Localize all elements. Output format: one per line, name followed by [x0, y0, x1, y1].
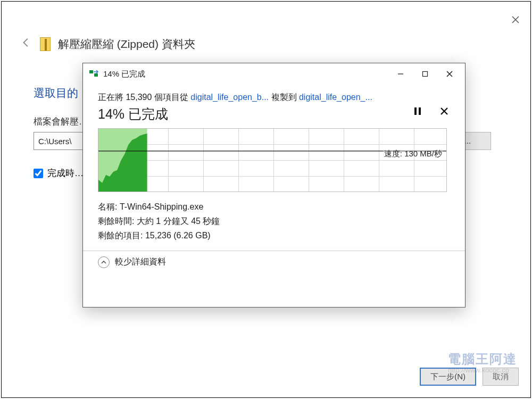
show-when-done-label: 完成時… — [47, 167, 84, 179]
svg-rect-4 — [419, 107, 421, 115]
speed-chart: 速度: 130 MB/秒 — [98, 128, 447, 192]
cancel-transfer-button[interactable] — [438, 107, 450, 118]
dialog-title: 14% 已完成 — [103, 69, 388, 79]
show-when-done-input[interactable] — [34, 169, 43, 178]
transfer-icon — [89, 69, 99, 80]
wizard-title: 解壓縮壓縮 (Zipped) 資料夾 — [58, 37, 195, 52]
time-remaining: 大約 1 分鐘又 45 秒鐘 — [137, 217, 220, 226]
pause-button[interactable] — [412, 107, 423, 118]
dialog-titlebar[interactable]: 14% 已完成 — [83, 63, 465, 85]
svg-rect-1 — [94, 73, 98, 77]
fewer-details-toggle[interactable]: 較少詳細資料 — [98, 256, 450, 275]
zip-folder-icon — [40, 37, 51, 51]
destination-link[interactable]: digital_life_open_... — [299, 93, 372, 102]
current-file-name: T-Win64-Shipping.exe — [120, 202, 203, 211]
percent-complete: 14% 已完成 — [98, 105, 450, 123]
wizard-header: 解壓縮壓縮 (Zipped) 資料夾 — [2, 2, 530, 62]
separator — [83, 251, 465, 251]
svg-rect-0 — [89, 70, 93, 73]
dialog-close-button[interactable] — [437, 65, 462, 82]
back-arrow-icon[interactable] — [21, 37, 32, 52]
svg-rect-3 — [414, 107, 417, 115]
items-remaining: 15,236 (6.26 GB) — [145, 231, 211, 240]
close-icon[interactable] — [510, 14, 521, 25]
svg-rect-2 — [423, 72, 428, 77]
chevron-up-icon — [98, 256, 110, 268]
speed-label: 速度: 130 MB/秒 — [383, 149, 443, 159]
transfer-details: 名稱: T-Win64-Shipping.exe 剩餘時間: 大約 1 分鐘又 … — [98, 200, 450, 243]
copy-progress-dialog: 14% 已完成 正在將 15,390 個項目從 digital_life_ope… — [82, 63, 466, 307]
maximize-button[interactable] — [413, 65, 437, 82]
copy-summary-line: 正在將 15,390 個項目從 digital_life_open_b... 複… — [98, 92, 450, 103]
source-link[interactable]: digital_life_open_b... — [190, 93, 269, 102]
watermark: 電腦王阿達 http://www.kococ.co — [448, 352, 517, 375]
minimize-button[interactable] — [388, 65, 413, 82]
